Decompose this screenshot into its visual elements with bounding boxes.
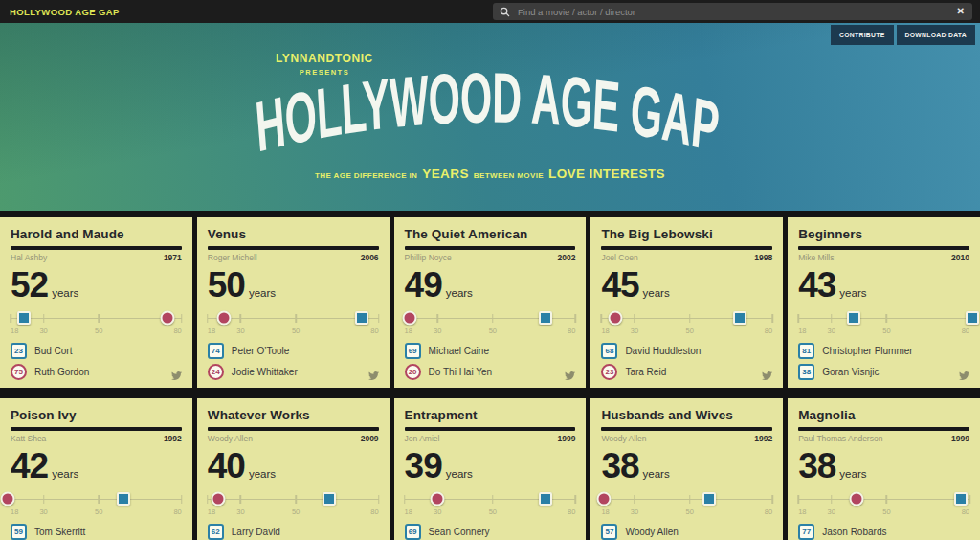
- actor-row: 23Bud Cort: [11, 343, 182, 359]
- actor-list: 23Bud Cort75Ruth Gordon: [11, 343, 182, 380]
- age-gap-unit: years: [52, 287, 78, 299]
- close-icon[interactable]: ✕: [957, 7, 965, 16]
- slider-handle-square: [966, 311, 979, 325]
- movie-year: 1992: [164, 434, 182, 443]
- actor-row: 77Jason Robards: [798, 524, 969, 540]
- presenter-name: LYNNANDTONIC: [276, 52, 373, 65]
- age-gap: 38 years: [798, 451, 969, 481]
- movie-card[interactable]: Whatever Works Woody Allen 2009 40 years…: [197, 398, 390, 540]
- movie-card[interactable]: Venus Roger Michell 2006 50 years 183050…: [197, 217, 390, 388]
- slider-labels: 18305080: [601, 507, 772, 516]
- movie-card[interactable]: Husbands and Wives Woody Allen 1992 38 y…: [590, 398, 783, 540]
- slider-tick: [831, 495, 833, 504]
- movie-meta: Roger Michell 2006: [208, 253, 379, 262]
- movie-card[interactable]: Harold and Maude Hal Ashby 1971 52 years…: [0, 217, 192, 388]
- age-gap-unit: years: [249, 287, 276, 299]
- movie-title: Husbands and Wives: [601, 408, 772, 423]
- slider-tick: [295, 314, 297, 323]
- slider-labels: 18305080: [11, 507, 182, 516]
- age-gap-unit: years: [446, 468, 473, 480]
- age-gap-value: 52: [11, 270, 48, 300]
- actor-name: Peter O’Toole: [232, 346, 290, 356]
- movie-director: Katt Shea: [11, 434, 46, 443]
- movie-director: Paul Thomas Anderson: [798, 434, 882, 443]
- movie-year: 2010: [951, 253, 969, 262]
- twitter-icon[interactable]: [368, 371, 380, 381]
- actor-list: 69Sean Connery: [405, 524, 576, 540]
- slider-tick-label: 30: [236, 326, 244, 335]
- actor-age-badge: 24: [208, 364, 224, 380]
- slider-tick-label: 30: [631, 326, 638, 335]
- movie-director: Phillip Noyce: [405, 253, 452, 262]
- age-gap: 45 years: [601, 270, 772, 300]
- movie-card[interactable]: Magnolia Paul Thomas Anderson 1999 38 ye…: [788, 398, 980, 540]
- search-input[interactable]: [516, 6, 957, 18]
- slider-tick: [240, 314, 242, 323]
- twitter-icon[interactable]: [170, 371, 183, 381]
- slider-tick-label: 50: [686, 326, 694, 335]
- movie-director: Joel Coen: [601, 253, 637, 262]
- site-brand-link[interactable]: HOLLYWOOD AGE GAP: [10, 7, 120, 17]
- slider-tick: [601, 314, 603, 323]
- movie-meta: Paul Thomas Anderson 1999: [798, 434, 969, 443]
- slider-track: [798, 312, 969, 325]
- slider-tick: [969, 495, 970, 504]
- slider-tick-label: 18: [11, 507, 18, 516]
- actor-age-badge: 20: [405, 364, 421, 380]
- age-slider: 18305080: [405, 312, 576, 335]
- slider-tick-label: 80: [370, 326, 378, 335]
- slider-tick-label: 50: [292, 326, 300, 335]
- slider-handle-circle: [403, 311, 417, 326]
- age-gap: 52 years: [11, 270, 182, 300]
- movie-director: Jon Amiel: [405, 434, 440, 443]
- movie-title: The Big Lebowski: [601, 227, 772, 242]
- slider-handle-square: [539, 311, 552, 325]
- slider-handle-circle: [849, 492, 863, 506]
- slider-tick: [43, 314, 45, 323]
- twitter-icon[interactable]: [958, 371, 970, 381]
- age-gap-value: 43: [798, 270, 835, 300]
- actor-name: Jodie Whittaker: [232, 367, 298, 377]
- download-data-button[interactable]: DOWNLOAD DATA: [897, 25, 975, 45]
- movie-card[interactable]: Poison Ivy Katt Shea 1992 42 years 18305…: [0, 398, 192, 540]
- tagline-part3: BETWEEN MOVIE: [474, 171, 544, 180]
- slider-tick: [492, 495, 494, 504]
- age-gap-unit: years: [643, 468, 670, 480]
- movie-card[interactable]: Entrapment Jon Amiel 1999 39 years 18305…: [394, 398, 587, 540]
- actor-row: 68David Huddleston: [601, 343, 772, 359]
- slider-handle-circle: [161, 311, 175, 326]
- twitter-icon[interactable]: [761, 371, 773, 381]
- movie-year: 2006: [361, 253, 379, 262]
- title-rule: [11, 246, 182, 250]
- slider-tick-label: 80: [370, 507, 378, 516]
- movie-card[interactable]: The Quiet American Phillip Noyce 2002 49…: [394, 217, 587, 388]
- actor-age-badge: 81: [798, 343, 814, 359]
- movie-meta: Hal Ashby 1971: [11, 253, 182, 262]
- movie-card[interactable]: Beginners Mike Mills 2010 43 years 18305…: [788, 217, 980, 388]
- age-slider: 18305080: [798, 493, 969, 516]
- age-gap: 38 years: [601, 451, 772, 481]
- slider-handle-square: [323, 492, 336, 506]
- movie-card[interactable]: The Big Lebowski Joel Coen 1998 45 years…: [590, 217, 783, 388]
- title-rule: [798, 246, 969, 250]
- slider-tick-label: 80: [568, 326, 575, 335]
- twitter-icon[interactable]: [564, 371, 576, 381]
- slider-handle-circle: [597, 492, 612, 506]
- actor-age-badge: 59: [11, 524, 27, 540]
- movie-meta: Woody Allen 1992: [601, 434, 772, 443]
- slider-tick: [886, 314, 888, 323]
- actor-list: 59Tom Skerritt: [11, 524, 182, 540]
- tagline-part4: LOVE INTERESTS: [548, 167, 665, 181]
- slider-tick: [771, 495, 773, 504]
- search-box[interactable]: ✕: [493, 3, 972, 20]
- contribute-button[interactable]: CONTRIBUTE: [831, 25, 894, 45]
- slider-tick: [10, 314, 11, 323]
- slider-tick-label: 80: [765, 326, 772, 335]
- slider-handle-circle: [1, 492, 15, 506]
- actor-name: Ruth Gordon: [34, 367, 89, 377]
- age-gap: 49 years: [405, 270, 576, 300]
- age-gap-value: 50: [208, 270, 245, 300]
- actor-row: 62Larry David: [208, 524, 379, 540]
- slider-tick: [797, 495, 799, 504]
- slider-tick-label: 50: [882, 326, 890, 335]
